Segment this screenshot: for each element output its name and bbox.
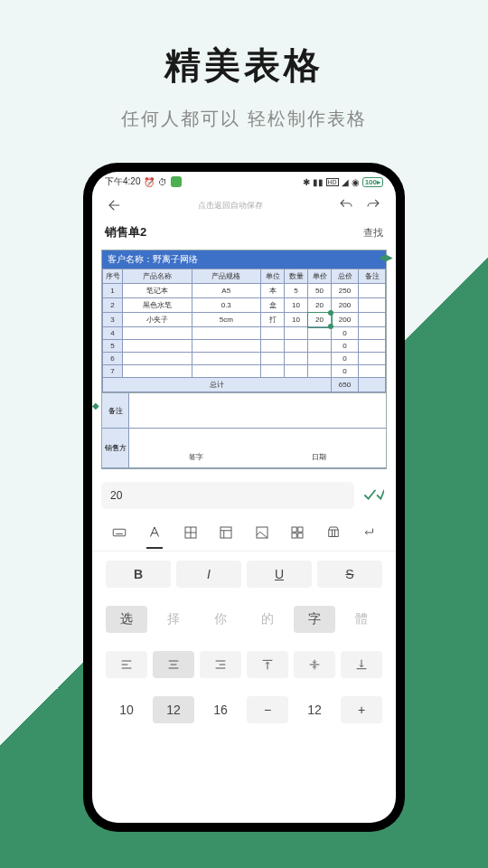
bluetooth-icon: ✱ bbox=[303, 177, 310, 187]
remark-label: 备注 bbox=[102, 393, 129, 428]
cell-tab[interactable] bbox=[180, 522, 202, 543]
font-option[interactable]: 字 bbox=[294, 606, 335, 633]
document-title: 销售单2 bbox=[105, 224, 146, 241]
layout-tab[interactable] bbox=[215, 522, 237, 543]
align-left-button[interactable] bbox=[106, 651, 147, 678]
font-option[interactable]: 择 bbox=[153, 606, 194, 633]
size-option[interactable]: 12 bbox=[153, 696, 194, 723]
tools-tab[interactable] bbox=[323, 522, 344, 543]
text-format-tab[interactable] bbox=[144, 522, 165, 543]
align-row bbox=[92, 642, 396, 687]
keyboard-tab[interactable] bbox=[108, 522, 130, 543]
alarm-off-icon: ⏰̸ bbox=[144, 177, 155, 187]
font-option[interactable]: 體 bbox=[341, 606, 382, 633]
svg-rect-4 bbox=[292, 527, 296, 532]
selection-handle[interactable] bbox=[328, 310, 333, 316]
sheet-customer-header: 客户名称：野离子网络 ◀▶ bbox=[102, 250, 386, 269]
spreadsheet[interactable]: 客户名称：野离子网络 ◀▶ 序号产品名称产品规格单位数量单价总价备注 1笔记本A… bbox=[101, 250, 387, 393]
bold-button[interactable]: B bbox=[106, 561, 171, 588]
cell-value-input[interactable] bbox=[101, 482, 354, 509]
svg-rect-0 bbox=[113, 529, 126, 536]
table-row[interactable]: 70 bbox=[103, 365, 386, 378]
table-row[interactable]: 40 bbox=[103, 327, 386, 340]
status-time: 下午4:20 bbox=[105, 175, 140, 188]
row-resize-handle[interactable]: ◆ bbox=[92, 401, 99, 410]
phone-frame: 下午4:20 ⏰̸ ⏱ ✱ ▮▮ HD ◢ ◉ 100▸ 点击返回自动保存 销售… bbox=[83, 163, 405, 832]
italic-button[interactable]: I bbox=[176, 561, 241, 588]
valign-middle-button[interactable] bbox=[294, 651, 335, 678]
redo-button[interactable] bbox=[363, 195, 383, 215]
svg-rect-5 bbox=[298, 527, 303, 532]
table-row[interactable]: 60 bbox=[103, 353, 386, 365]
header-row: 序号产品名称产品规格单位数量单价总价备注 bbox=[103, 269, 386, 284]
column-resize-handle[interactable]: ◀▶ bbox=[379, 252, 393, 262]
wifi-icon: ◉ bbox=[352, 177, 360, 187]
align-center-button[interactable] bbox=[153, 651, 194, 678]
font-option[interactable]: 选 bbox=[106, 606, 147, 633]
signal2-icon: ◢ bbox=[342, 177, 349, 187]
phone-screen: 下午4:20 ⏰̸ ⏱ ✱ ▮▮ HD ◢ ◉ 100▸ 点击返回自动保存 销售… bbox=[92, 172, 396, 823]
notes-section: 备注 销售方签字日期 bbox=[101, 393, 387, 469]
svg-rect-2 bbox=[221, 527, 231, 538]
size-option[interactable]: 16 bbox=[200, 696, 241, 723]
seller-label: 销售方 bbox=[102, 429, 129, 467]
grid-tab[interactable] bbox=[286, 522, 308, 543]
table-row[interactable]: 2黑色水笔0.3盒1020200 bbox=[103, 298, 386, 313]
clock-icon: ⏱ bbox=[158, 177, 167, 187]
enter-tab[interactable] bbox=[358, 522, 380, 543]
table-row[interactable]: 50 bbox=[103, 340, 386, 353]
font-option[interactable]: 你 bbox=[200, 606, 241, 633]
signal-icon: ▮▮ bbox=[313, 177, 324, 187]
size-row: 10 12 16 − 12 + bbox=[92, 687, 396, 732]
find-button[interactable]: 查找 bbox=[363, 226, 383, 240]
size-decrease-button[interactable]: − bbox=[247, 696, 288, 723]
svg-rect-6 bbox=[292, 533, 296, 538]
underline-button[interactable]: U bbox=[247, 561, 312, 588]
undo-button[interactable] bbox=[336, 195, 356, 215]
battery-icon: 100▸ bbox=[362, 177, 383, 187]
valign-top-button[interactable] bbox=[247, 651, 288, 678]
align-right-button[interactable] bbox=[200, 651, 241, 678]
format-tabs bbox=[92, 518, 396, 552]
strikethrough-button[interactable]: S bbox=[317, 561, 382, 588]
status-dot-icon bbox=[171, 176, 182, 187]
font-choice-row: 选 择 你 的 字 體 bbox=[92, 597, 396, 642]
status-bar: 下午4:20 ⏰̸ ⏱ ✱ ▮▮ HD ◢ ◉ 100▸ bbox=[92, 172, 396, 192]
hd-icon: HD bbox=[326, 178, 339, 186]
table-row[interactable]: 3小夹子5cm打1020200 bbox=[103, 313, 386, 327]
app-toolbar: 点击返回自动保存 bbox=[92, 192, 396, 219]
marketing-subtitle: 任何人都可以 轻松制作表格 bbox=[0, 107, 488, 131]
image-tab[interactable] bbox=[251, 522, 273, 543]
valign-bottom-button[interactable] bbox=[341, 651, 382, 678]
table-row[interactable]: 1笔记本A5本550250 bbox=[103, 284, 386, 298]
back-button[interactable] bbox=[105, 195, 125, 215]
autosave-hint: 点击返回自动保存 bbox=[198, 200, 263, 212]
size-increase-button[interactable]: + bbox=[341, 696, 382, 723]
total-row: 总计650 bbox=[103, 378, 386, 392]
size-option[interactable]: 10 bbox=[106, 696, 147, 723]
size-current: 12 bbox=[294, 696, 335, 723]
font-option[interactable]: 的 bbox=[247, 606, 288, 633]
text-style-row: B I U S bbox=[92, 552, 396, 597]
svg-rect-7 bbox=[298, 533, 303, 538]
confirm-button[interactable] bbox=[361, 483, 387, 508]
selection-handle[interactable] bbox=[328, 324, 333, 329]
marketing-title: 精美表格 bbox=[0, 41, 488, 90]
